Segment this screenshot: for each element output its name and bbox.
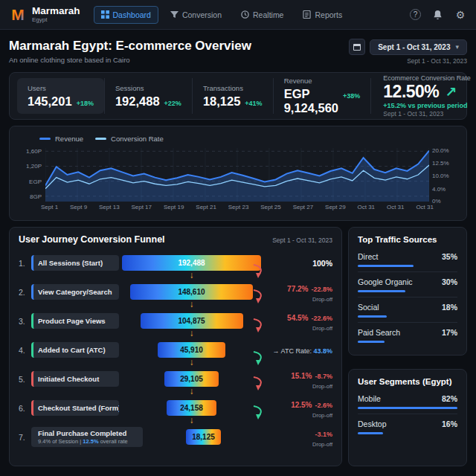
segment-label: Mobile — [358, 394, 381, 403]
segment-desktop[interactable]: Desktop 16% — [358, 414, 457, 439]
kpi-delta: +38% — [343, 92, 360, 100]
nav-tab-reports[interactable]: Reports — [295, 6, 350, 24]
funnel-row-number: 5. — [19, 375, 31, 384]
legend-label: Conversion Rate — [111, 135, 164, 143]
nav-tab-realtime[interactable]: Realtime — [234, 6, 291, 24]
kpi-delta: +18% — [77, 100, 94, 107]
funnel-bar-value: 192,488 — [178, 259, 205, 267]
funnel-drop-pct: -8.7% — [315, 373, 332, 380]
calendar-button[interactable] — [349, 39, 365, 55]
nav-tab-conversion[interactable]: Conversion — [163, 6, 229, 24]
y-axis-right-tick: 20.0% — [432, 147, 459, 153]
kpi-label: Users — [28, 84, 94, 92]
notifications-bell-icon[interactable] — [431, 8, 444, 22]
funnel-bar[interactable]: 45,910 — [158, 342, 225, 358]
drop-off-note: Drop-off — [264, 383, 332, 390]
calendar-icon — [353, 44, 361, 51]
page-subtitle: An online clothing store based in Cairo — [9, 56, 251, 64]
funnel-drop-pct: -3.1% — [315, 431, 332, 438]
legend-revenue[interactable]: Revenue — [39, 135, 83, 143]
funnel-step-label[interactable]: Added to Cart (ATC) — [31, 342, 119, 358]
kpi-delta: +22% — [164, 100, 181, 107]
down-arrow-icon: ↓ — [190, 386, 194, 396]
funnel-step-rate: 12.5% — [291, 401, 312, 409]
funnel-bar-value: 148,610 — [178, 288, 205, 296]
y-axis-left-tick: EGP — [17, 178, 42, 184]
y-axis-right-tick: 10.0% — [432, 173, 459, 179]
kpi-users[interactable]: Users 145,201 +18% — [17, 78, 104, 114]
funnel-row-number: 2. — [19, 288, 31, 297]
atc-arrow-icon: → — [273, 347, 280, 355]
funnel-row-2: 2. View Category/Search 148,610 ↓ 77.2%-… — [19, 277, 332, 306]
traffic-source-social[interactable]: Social 18% — [358, 298, 457, 323]
funnel-row-number: 6. — [19, 404, 31, 413]
funnel-step-label[interactable]: Product Page Views — [31, 313, 119, 329]
clock-icon — [241, 10, 249, 19]
funnel-step-label[interactable]: All Sessions (Start) — [31, 255, 119, 271]
funnel-bar-value: 29,105 — [180, 375, 203, 383]
kpi-revenue[interactable]: Revenue EGP 9,124,560 +38% — [273, 78, 371, 114]
legend-label: Revenue — [55, 135, 83, 143]
kpi-bar: Users 145,201 +18% Sessions 192,488 +22%… — [9, 72, 467, 120]
traffic-source-google-organic[interactable]: Google Organic 30% — [358, 272, 457, 298]
funnel-step-rate: 100% — [312, 259, 332, 268]
grid-icon — [101, 10, 109, 19]
brand[interactable]: M Marmarah Egypt — [9, 6, 80, 24]
funnel-step-label[interactable]: Checkout Started (Form) — [31, 400, 119, 416]
traffic-source-pct: 18% — [442, 303, 457, 312]
funnel-bar[interactable]: 192,488 — [122, 255, 261, 271]
nav-utility: ? ⚙ — [410, 8, 467, 22]
legend-conversion-rate[interactable]: Conversion Rate — [95, 135, 164, 143]
y-axis-right-tick: 4.0% — [432, 185, 459, 192]
funnel-bar[interactable]: 104,875 — [141, 313, 243, 329]
legend-swatch — [39, 138, 51, 140]
funnel-step-rate: 77.2% — [287, 285, 308, 293]
nav-items: Dashboard Conversion Realtime Reports — [94, 6, 350, 24]
legend-swatch — [95, 138, 106, 140]
funnel-bar[interactable]: 29,105 — [164, 371, 219, 387]
funnel-bar[interactable]: 18,125 — [186, 429, 222, 445]
funnel-bar[interactable]: 148,610 — [130, 284, 252, 300]
nav-tab-label: Conversion — [182, 10, 222, 19]
nav-tab-dashboard[interactable]: Dashboard — [94, 6, 158, 24]
funnel-step-label[interactable]: View Category/Search — [31, 284, 119, 300]
funnel-drop-pct: -22.8% — [311, 286, 332, 293]
conversion-rate-block[interactable]: Ecommerce Conversion Rate 12.50% ↗ +15.2… — [370, 78, 476, 114]
segment-label: Desktop — [358, 419, 387, 428]
trend-chart-card: Revenue Conversion Rate 1,60P 1,20P EGP … — [9, 126, 467, 221]
date-range-selector[interactable]: Sept 1 - Oct 31, 2023 ▾ — [370, 39, 467, 55]
traffic-source-bar — [358, 265, 414, 267]
settings-gear-icon[interactable]: ⚙ — [454, 8, 467, 22]
funnel-row-number: 3. — [19, 317, 31, 326]
down-arrow-icon: ↓ — [190, 357, 194, 367]
flow-curve-arrow-icon — [252, 405, 264, 420]
kpi-label: Revenue — [284, 77, 361, 85]
traffic-source-paid-search[interactable]: Paid Search 17% — [358, 323, 457, 347]
page-header: Marmarah Egypt: E-commerce Overview An o… — [9, 39, 467, 65]
funnel-step-label[interactable]: Final Purchase Completed 9.4% of Session… — [31, 427, 143, 447]
conversion-rate-period: Sept 1 - Oct 31, 2023 — [383, 110, 476, 118]
funnel-row-7: 7. Final Purchase Completed 9.4% of Sess… — [19, 422, 332, 451]
funnel-bar-value: 24,158 — [180, 404, 203, 412]
drop-off-note: Drop-off — [264, 412, 332, 419]
kpi-transactions[interactable]: Transactions 18,125 +41% — [192, 78, 273, 114]
revenue-conversion-chart[interactable]: 1,60P 1,20P EGP 8GP 20.0% 12.5% 10.0% 4.… — [45, 148, 429, 202]
chart-canvas — [45, 148, 429, 202]
traffic-source-label: Google Organic — [358, 277, 413, 286]
traffic-source-bar — [358, 315, 387, 318]
kpi-label: Transactions — [203, 84, 263, 92]
conversion-rate-label: Ecommerce Conversion Rate — [383, 74, 476, 82]
drop-curve-arrow-icon — [252, 318, 264, 333]
brand-name: Marmarah — [32, 6, 80, 16]
help-icon[interactable]: ? — [410, 9, 421, 20]
kpi-sessions[interactable]: Sessions 192,488 +22% — [104, 78, 192, 114]
traffic-source-direct[interactable]: Direct 35% — [358, 247, 457, 272]
funnel-bar[interactable]: 24,158 — [167, 400, 216, 416]
kpi-delta: +41% — [245, 100, 262, 107]
y-axis-right-tick: 12.5% — [432, 160, 459, 167]
y-axis-right-tick: 0% — [432, 197, 459, 204]
segment-mobile[interactable]: Mobile 82% — [358, 389, 457, 414]
segment-bar — [358, 432, 383, 434]
funnel-step-label[interactable]: Initiated Checkout — [31, 371, 119, 387]
conversion-rate-delta: +15.2% vs previous period — [383, 102, 476, 109]
